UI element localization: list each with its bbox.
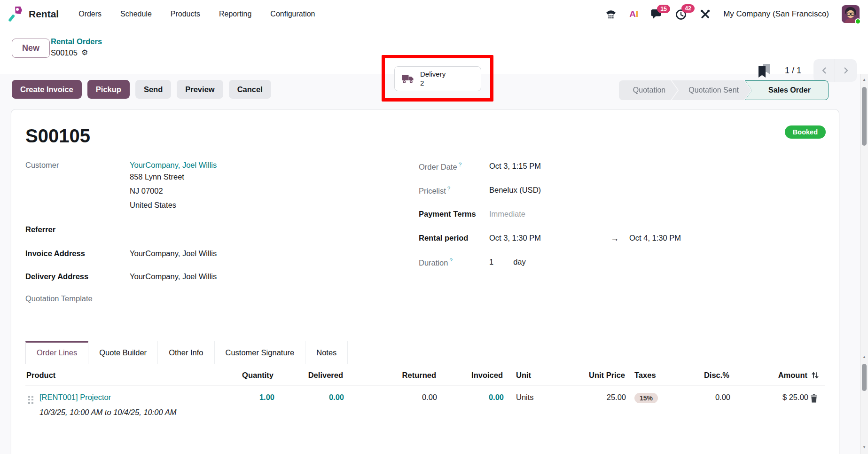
bookmark-icon[interactable] — [758, 64, 771, 78]
messages-icon[interactable]: 15 — [651, 9, 663, 20]
menu-configuration[interactable]: Configuration — [270, 10, 315, 18]
invoice-address-value[interactable]: YourCompany, Joel Willis — [130, 248, 217, 258]
delivery-address-value[interactable]: YourCompany, Joel Willis — [130, 271, 217, 281]
arrow-right-icon: → — [610, 234, 619, 243]
customer-street: 858 Lynn Street — [130, 170, 217, 184]
create-invoice-button[interactable]: Create Invoice — [12, 80, 82, 99]
company-switcher[interactable]: My Company (San Francisco) — [723, 9, 829, 19]
tab-notes[interactable]: Notes — [305, 341, 348, 364]
col-delivered[interactable]: Delivered — [274, 364, 344, 385]
order-date-field: Order Date? Oct 3, 1:15 PM — [419, 161, 729, 175]
col-amount[interactable]: Amount — [730, 364, 808, 385]
breadcrumb-parent-link[interactable]: Rental Orders — [51, 36, 102, 47]
tax-badge: 15% — [634, 393, 658, 403]
referrer-label: Referrer — [25, 224, 130, 234]
rental-key-logo-icon — [8, 6, 24, 23]
cell-quantity[interactable]: 1.00 — [209, 385, 274, 419]
rental-start-date[interactable]: Oct 3, 1:30 PM — [489, 234, 610, 243]
scroll-down-icon[interactable]: ▼ — [860, 445, 868, 449]
col-invoiced[interactable]: Invoiced — [437, 364, 504, 385]
voip-phone-icon[interactable] — [605, 9, 617, 20]
col-disc[interactable]: Disc.% — [671, 364, 730, 385]
help-icon: ? — [447, 186, 450, 191]
drag-handle[interactable] — [25, 385, 39, 419]
pricelist-field: Pricelist? Benelux (USD) — [419, 185, 729, 199]
col-product[interactable]: Product — [25, 364, 209, 385]
cell-disc[interactable]: 0.00 — [671, 385, 730, 419]
cell-unit-price[interactable]: 25.00 — [566, 385, 626, 419]
col-unit-price[interactable]: Unit Price — [566, 364, 626, 385]
pricelist-label: Pricelist? — [419, 185, 489, 199]
menu-reporting[interactable]: Reporting — [219, 10, 251, 18]
delete-line-trash-icon[interactable] — [808, 385, 825, 419]
cancel-button[interactable]: Cancel — [229, 80, 271, 99]
invoice-address-label: Invoice Address — [25, 248, 130, 258]
cell-amount[interactable]: $ 25.00 — [730, 385, 808, 419]
status-pipeline: Quotation Quotation Sent Sales Order — [619, 80, 829, 100]
send-button[interactable]: Send — [135, 80, 171, 99]
vertical-scrollbar[interactable]: ▲ ▲ ▼ — [860, 74, 868, 454]
product-link[interactable]: [RENT001] Projector — [39, 393, 209, 402]
rental-end-date[interactable]: Oct 4, 1:30 PM — [629, 234, 681, 243]
scrollbar-thumb[interactable] — [862, 364, 867, 391]
top-navbar: Rental Orders Schedule Products Reportin… — [0, 0, 868, 28]
col-quantity[interactable]: Quantity — [209, 364, 274, 385]
col-returned[interactable]: Returned — [344, 364, 437, 385]
customer-link[interactable]: YourCompany, Joel Willis — [130, 161, 217, 170]
smart-button-label: Delivery — [420, 70, 446, 79]
menu-products[interactable]: Products — [171, 10, 200, 18]
duration-value[interactable]: 1 — [489, 257, 493, 271]
status-step-quotation-sent[interactable]: Quotation Sent — [672, 80, 751, 100]
smart-button-count: 2 — [420, 79, 446, 88]
tab-order-lines[interactable]: Order Lines — [25, 341, 88, 364]
status-step-quotation[interactable]: Quotation — [619, 80, 678, 100]
preview-button[interactable]: Preview — [177, 80, 223, 99]
cell-invoiced[interactable]: 0.00 — [437, 385, 504, 419]
tab-quote-builder[interactable]: Quote Builder — [88, 341, 157, 364]
customer-label: Customer — [25, 160, 130, 212]
delivery-address-field: Delivery Address YourCompany, Joel Willi… — [25, 271, 354, 281]
breadcrumb: Rental Orders S00105 ⚙ — [51, 36, 102, 58]
order-date-label: Order Date? — [419, 161, 489, 175]
toggle-columns-icon[interactable] — [808, 364, 825, 385]
pager-next-button[interactable] — [835, 59, 857, 82]
col-unit[interactable]: Unit — [504, 364, 566, 385]
form-sheet: S00105 Booked Customer YourCompany, Joel… — [11, 109, 839, 454]
cell-returned[interactable]: 0.00 — [344, 385, 437, 419]
scrollbar-thumb[interactable] — [862, 87, 867, 146]
activities-clock-icon[interactable]: 42 — [675, 8, 687, 20]
field-zone: Customer YourCompany, Joel Willis 858 Ly… — [25, 160, 825, 329]
tab-customer-signature[interactable]: Customer Signature — [214, 341, 305, 364]
order-date-value[interactable]: Oct 3, 1:15 PM — [489, 161, 541, 175]
booked-status-badge: Booked — [785, 125, 826, 139]
help-icon: ? — [449, 258, 452, 263]
order-line-row[interactable]: [RENT001] Projector 10/3/25, 10:00 AM to… — [25, 385, 825, 419]
product-description[interactable]: 10/3/25, 10:00 AM to 10/4/25, 10:00 AM — [39, 406, 180, 419]
payment-terms-value[interactable]: Immediate — [489, 209, 525, 223]
scroll-up-icon[interactable]: ▲ — [860, 78, 868, 82]
cell-taxes[interactable]: 15% — [626, 385, 671, 419]
menu-orders[interactable]: Orders — [78, 10, 102, 18]
scroll-up-icon[interactable]: ▲ — [860, 355, 868, 359]
pager-previous-button[interactable] — [813, 59, 835, 82]
customer-country: United States — [130, 198, 217, 212]
col-taxes[interactable]: Taxes — [626, 364, 671, 385]
cell-unit[interactable]: Units — [504, 385, 566, 419]
tab-other-info[interactable]: Other Info — [157, 341, 214, 364]
status-step-sales-order[interactable]: Sales Order — [745, 80, 829, 100]
payment-terms-field: Payment Terms Immediate — [419, 209, 729, 223]
new-button[interactable]: New — [12, 39, 50, 58]
delivery-smart-button[interactable]: Delivery 2 — [394, 66, 481, 91]
actions-gear-icon[interactable]: ⚙ — [81, 47, 88, 58]
invoice-address-field: Invoice Address YourCompany, Joel Willis — [25, 248, 354, 258]
cell-delivered[interactable]: 0.00 — [274, 385, 344, 419]
tools-icon[interactable] — [700, 9, 711, 20]
breadcrumb-bar: New Rental Orders S00105 ⚙ Delivery 2 — [0, 28, 868, 74]
menu-schedule[interactable]: Schedule — [120, 10, 152, 18]
user-avatar[interactable] — [842, 5, 860, 23]
pricelist-value[interactable]: Benelux (USD) — [489, 185, 541, 199]
ai-icon[interactable]: AI — [629, 9, 638, 19]
app-brand[interactable]: Rental — [8, 6, 59, 23]
pickup-button[interactable]: Pickup — [87, 80, 130, 99]
online-status-dot — [855, 18, 861, 24]
